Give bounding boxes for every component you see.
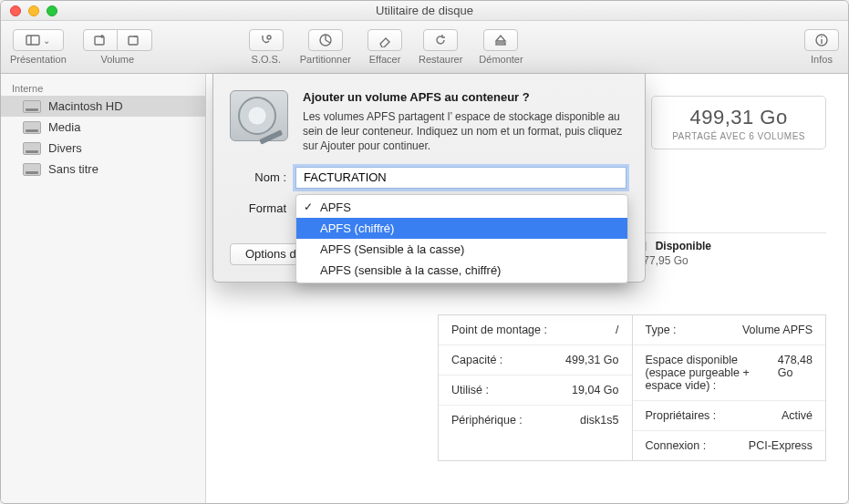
eject-icon bbox=[493, 33, 508, 47]
sheet-heading: Ajouter un volume APFS au conteneur ? bbox=[303, 90, 626, 104]
toolbar: ⌄ Présentation Volume S.O.S. Partitionne… bbox=[1, 21, 848, 74]
toolbar-group-sos: S.O.S. bbox=[249, 29, 284, 65]
remove-volume-button[interactable] bbox=[118, 29, 152, 51]
toolbar-group-restore: Restaurer bbox=[419, 29, 462, 65]
detail-row: Type :Volume APFS bbox=[633, 315, 826, 345]
hard-disk-icon bbox=[230, 90, 288, 141]
presentation-button[interactable]: ⌄ bbox=[13, 29, 64, 51]
sidebar-item-label: Divers bbox=[48, 141, 82, 155]
eraser-icon bbox=[378, 33, 392, 47]
info-icon bbox=[814, 33, 829, 47]
sidebar-item-sans-titre[interactable]: Sans titre bbox=[1, 159, 205, 180]
svg-point-12 bbox=[821, 36, 823, 38]
svg-rect-5 bbox=[129, 36, 138, 45]
sidebar-section-label: Interne bbox=[1, 79, 205, 96]
sidebar-item-label: Macintosh HD bbox=[48, 99, 123, 113]
restore-label: Restaurer bbox=[419, 54, 462, 65]
partition-label: Partitionner bbox=[300, 54, 351, 65]
add-volume-button[interactable] bbox=[83, 29, 118, 51]
disk-icon bbox=[23, 100, 41, 113]
volume-minus-icon bbox=[127, 33, 141, 47]
detail-row: Périphérique :disk1s5 bbox=[439, 405, 632, 435]
toolbar-group-presentation: ⌄ Présentation bbox=[10, 29, 67, 65]
available-value: 477,95 Go bbox=[637, 254, 711, 267]
unmount-label: Démonter bbox=[479, 54, 523, 65]
sidebar-item-label: Media bbox=[48, 120, 80, 134]
format-option-apfs-case[interactable]: APFS (Sensible à la casse) bbox=[296, 239, 627, 260]
toolbar-group-info: Infos bbox=[804, 29, 839, 65]
disk-icon bbox=[23, 121, 41, 134]
toolbar-group-erase: Effacer bbox=[368, 29, 402, 65]
sos-label: S.O.S. bbox=[252, 54, 281, 65]
sheet-description: Les volumes APFS partagent l’ espace de … bbox=[303, 109, 626, 154]
format-label: Format bbox=[230, 201, 286, 215]
format-option-apfs-case-encrypted[interactable]: APFS (sensible à la casse, chiffré) bbox=[296, 260, 627, 281]
svg-rect-0 bbox=[26, 36, 39, 45]
details-table: Point de montage :/ Capacité :499,31 Go … bbox=[438, 314, 826, 461]
info-button[interactable] bbox=[804, 29, 839, 51]
restore-button[interactable] bbox=[423, 29, 458, 51]
sos-button[interactable] bbox=[249, 29, 284, 51]
detail-row: Espace disponible (espace purgeable + es… bbox=[633, 345, 826, 400]
svg-point-7 bbox=[267, 36, 271, 39]
detail-row: Point de montage :/ bbox=[439, 315, 632, 345]
shared-space-card: 499,31 Go PARTAGÉ AVEC 6 VOLUMES bbox=[651, 96, 826, 149]
sheet-form: Nom : Format APFS APFS APFS (chiffré) AP… bbox=[230, 167, 626, 265]
sidebar: Interne Macintosh HD Media Divers Sans t… bbox=[1, 74, 206, 504]
detail-row: Utilisé :19,04 Go bbox=[439, 375, 632, 405]
erase-label: Effacer bbox=[369, 54, 401, 65]
format-option-apfs-encrypted[interactable]: APFS (chiffré) bbox=[296, 218, 627, 239]
restore-arrow-icon bbox=[433, 33, 448, 47]
unmount-button[interactable] bbox=[483, 29, 518, 51]
disk-icon bbox=[23, 163, 41, 176]
detail-row: Capacité :499,31 Go bbox=[439, 345, 632, 375]
svg-rect-9 bbox=[496, 43, 505, 45]
sidebar-item-macintosh-hd[interactable]: Macintosh HD bbox=[1, 96, 205, 117]
pie-icon bbox=[318, 33, 333, 47]
partition-button[interactable] bbox=[308, 29, 343, 51]
available-block: Disponible 477,95 Go bbox=[637, 240, 711, 267]
volume-plus-icon bbox=[93, 33, 108, 47]
volume-name-input[interactable] bbox=[295, 167, 626, 189]
format-option-apfs[interactable]: APFS bbox=[296, 197, 627, 218]
toolbar-group-partition: Partitionner bbox=[300, 29, 351, 65]
format-dropdown: APFS APFS (chiffré) APFS (Sensible à la … bbox=[295, 194, 628, 283]
disk-icon bbox=[23, 142, 41, 155]
toolbar-group-unmount: Démonter bbox=[479, 29, 523, 65]
info-label: Infos bbox=[811, 54, 833, 65]
sidebar-layout-icon bbox=[26, 33, 40, 47]
shared-space-sub: PARTAGÉ AVEC 6 VOLUMES bbox=[672, 131, 805, 141]
sidebar-item-media[interactable]: Media bbox=[1, 117, 205, 138]
titlebar: Utilitaire de disque bbox=[1, 1, 848, 21]
shared-space-value: 499,31 Go bbox=[672, 106, 805, 129]
window-title: Utilitaire de disque bbox=[1, 4, 848, 17]
details-col-right: Type :Volume APFS Espace disponible (esp… bbox=[632, 315, 826, 460]
stethoscope-icon bbox=[259, 33, 274, 47]
toolbar-group-volume: Volume bbox=[83, 29, 152, 65]
presentation-label: Présentation bbox=[10, 54, 67, 65]
volume-label: Volume bbox=[100, 54, 134, 65]
detail-row: Propriétaires :Activé bbox=[633, 400, 826, 430]
available-label: Disponible bbox=[656, 240, 711, 252]
details-col-left: Point de montage :/ Capacité :499,31 Go … bbox=[439, 315, 632, 460]
erase-button[interactable] bbox=[368, 29, 402, 51]
sidebar-item-label: Sans titre bbox=[48, 162, 98, 176]
sidebar-item-divers[interactable]: Divers bbox=[1, 138, 205, 159]
name-label: Nom : bbox=[230, 170, 286, 184]
detail-row: Connexion :PCI-Express bbox=[633, 430, 826, 460]
add-apfs-volume-sheet: Ajouter un volume APFS au conteneur ? Le… bbox=[212, 74, 646, 283]
